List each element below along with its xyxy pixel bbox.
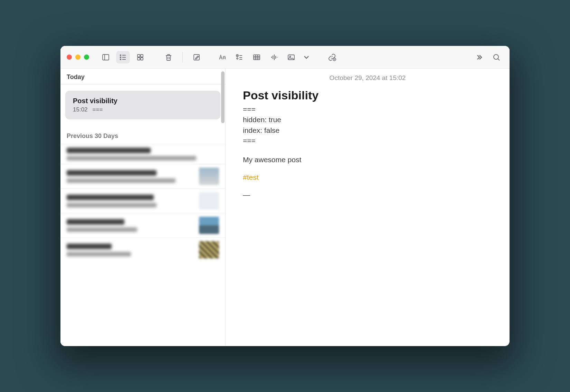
media-dropdown-chevron-icon[interactable]	[300, 51, 313, 63]
note-preview: ===	[93, 106, 103, 113]
note-list-item[interactable]	[60, 144, 225, 164]
note-body-line: hidden: true	[243, 115, 492, 125]
section-header-prev30: Previous 30 Days	[60, 123, 225, 144]
scrollbar-thumb[interactable]	[221, 71, 225, 123]
note-thumbnail	[199, 168, 219, 185]
search-button[interactable]	[490, 51, 503, 63]
checklist-button[interactable]	[232, 51, 246, 63]
note-body-line: —	[243, 190, 492, 200]
note-meta: 15:02 ===	[73, 106, 213, 113]
format-text-button[interactable]	[215, 51, 229, 63]
notes-list-sidebar: Today Post visibility 15:02 === Previous…	[60, 69, 226, 346]
note-body-line: ===	[243, 136, 492, 146]
svg-rect-10	[137, 58, 140, 60]
note-body-line: ===	[243, 104, 492, 115]
maximize-window-button[interactable]	[84, 55, 89, 60]
note-thumbnail	[199, 192, 219, 209]
svg-rect-20	[254, 55, 260, 60]
note-list-item[interactable]	[60, 188, 225, 213]
overflow-button[interactable]	[472, 51, 486, 63]
note-editor[interactable]: October 29, 2024 at 15:02 Post visibilit…	[226, 69, 510, 346]
notes-window: Today Post visibility 15:02 === Previous…	[60, 46, 510, 346]
svg-point-31	[290, 56, 291, 57]
toggle-sidebar-button[interactable]	[99, 51, 113, 63]
toolbar-separator	[182, 52, 183, 62]
svg-rect-11	[141, 58, 143, 60]
svg-point-19	[237, 58, 238, 59]
note-body-line: My awesome post	[243, 155, 492, 165]
svg-point-2	[120, 55, 121, 55]
note-thumbnail	[199, 217, 219, 234]
new-note-button[interactable]	[190, 51, 203, 63]
svg-point-3	[120, 57, 121, 57]
minimize-window-button[interactable]	[75, 55, 80, 60]
delete-note-button[interactable]	[162, 51, 175, 63]
media-button[interactable]	[284, 51, 298, 63]
note-list-item[interactable]: Post visibility 15:02 ===	[65, 91, 220, 119]
note-heading: Post visibility	[243, 89, 492, 102]
list-view-button[interactable]	[116, 51, 130, 63]
svg-rect-8	[137, 55, 140, 57]
note-timestamp: October 29, 2024 at 15:02	[243, 74, 492, 82]
note-body-line: index: false	[243, 125, 492, 136]
section-header-today: Today	[60, 69, 225, 85]
note-time: 15:02	[73, 106, 88, 113]
svg-rect-0	[103, 55, 109, 60]
window-controls	[67, 55, 89, 60]
note-title: Post visibility	[73, 97, 213, 105]
note-tag[interactable]: #test	[243, 173, 492, 182]
note-list-item[interactable]	[60, 237, 225, 262]
grid-view-button[interactable]	[133, 51, 147, 63]
svg-point-4	[120, 59, 121, 59]
table-button[interactable]	[250, 51, 264, 63]
svg-line-36	[498, 59, 500, 60]
content-area: Today Post visibility 15:02 === Previous…	[60, 69, 510, 346]
svg-rect-9	[141, 55, 143, 57]
note-list-item[interactable]	[60, 213, 225, 237]
link-button[interactable]	[325, 51, 339, 63]
toolbar	[60, 46, 510, 69]
audio-button[interactable]	[267, 51, 281, 63]
close-window-button[interactable]	[67, 55, 72, 60]
svg-point-35	[494, 55, 498, 59]
note-list-item[interactable]	[60, 164, 225, 188]
note-thumbnail	[199, 241, 219, 258]
